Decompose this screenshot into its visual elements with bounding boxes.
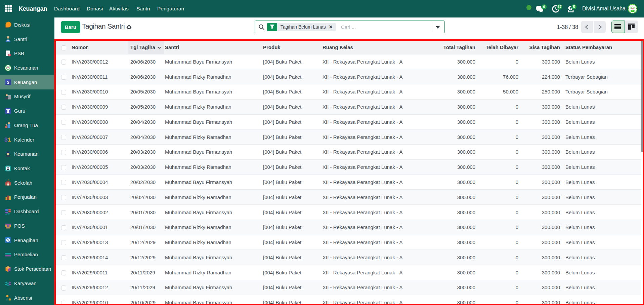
svg-text:$: $: [7, 80, 9, 85]
svg-text:1: 1: [8, 137, 11, 143]
svg-text:3: 3: [4, 137, 7, 143]
svg-text:$: $: [7, 238, 9, 242]
